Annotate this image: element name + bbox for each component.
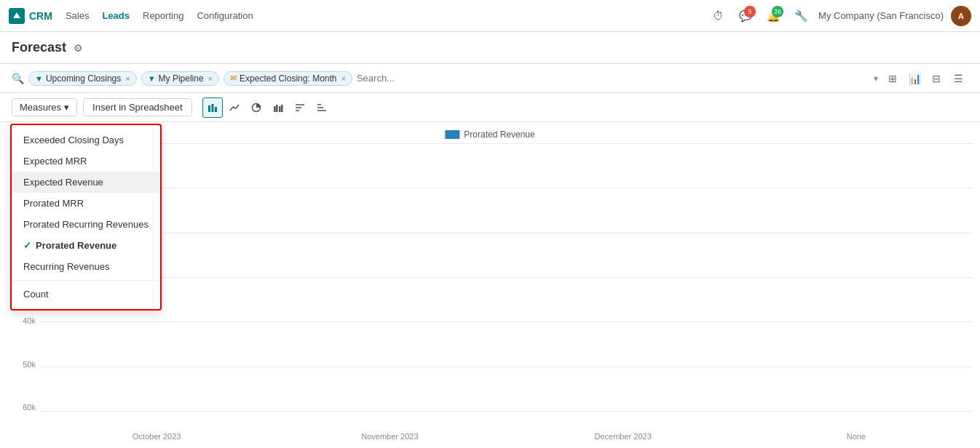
check-icon: ✓	[23, 240, 31, 251]
company-label: My Company (San Francisco)	[818, 10, 944, 21]
line-chart-btn[interactable]	[224, 97, 245, 118]
brand-label: CRM	[29, 10, 52, 22]
dropdown-item-prorated-mrr[interactable]: Prorated MRR	[12, 193, 160, 214]
y-label-6: 60k	[23, 403, 36, 412]
dropdown-item-expected-revenue[interactable]: Expected Revenue	[12, 172, 160, 193]
sort-desc-btn[interactable]	[312, 97, 332, 118]
dropdown-item-exceeded[interactable]: Exceeded Closing Days	[12, 129, 160, 151]
dropdown-item-count[interactable]: Count	[12, 284, 160, 305]
dropdown-item-prorated-mrr-label: Prorated MRR	[23, 198, 84, 209]
filter-label-2: My Pipeline	[159, 73, 204, 84]
pie-chart-btn[interactable]	[246, 97, 266, 118]
activity-badge: 26	[772, 6, 783, 17]
clock-icon-btn[interactable]: ⏱	[708, 6, 728, 26]
dropdown-item-prorated-recurring-label: Prorated Recurring Revenues	[23, 219, 149, 230]
filter-close-3[interactable]: ×	[341, 74, 345, 83]
page-title: Forecast	[12, 40, 66, 55]
filter-close-1[interactable]: ×	[125, 74, 130, 83]
y-label-5: 50k	[23, 360, 36, 369]
chart-type-buttons	[202, 97, 332, 118]
activity-icon-btn[interactable]: 🔔 26	[763, 6, 783, 26]
filter-tag-pipeline: ▼ My Pipeline ×	[141, 71, 219, 86]
svg-rect-2	[215, 107, 217, 112]
nav-reporting[interactable]: Reporting	[143, 10, 183, 21]
svg-rect-4	[274, 106, 276, 112]
funnel-icon-2: ▼	[148, 74, 156, 83]
view-controls: ⊞ 📊 ⊟ ☰	[882, 68, 968, 89]
chat-icon-btn[interactable]: 💬 5	[735, 6, 756, 26]
filter-bar: 🔍 ▼ Upcoming Closings × ▼ My Pipeline × …	[0, 64, 980, 93]
grouped-bar-btn[interactable]	[268, 97, 288, 118]
dropdown-item-prorated-revenue-label: Prorated Revenue	[36, 240, 116, 251]
dropdown-item-expected-mrr[interactable]: Expected MRR	[12, 151, 160, 172]
x-label-oct: October 2023	[40, 432, 273, 441]
x-labels: October 2023 November 2023 December 2023…	[40, 432, 973, 441]
toolbar: Measures ▾ Insert in Spreadsheet Exceede…	[0, 93, 980, 122]
dropdown-divider	[12, 280, 160, 281]
wrench-icon-btn[interactable]: 🔧	[791, 6, 811, 26]
svg-rect-5	[276, 105, 278, 112]
nav-leads[interactable]: Leads	[102, 10, 130, 21]
dropdown-item-recurring-label: Recurring Revenues	[23, 261, 110, 272]
measures-dropdown-icon: ▾	[64, 102, 69, 113]
search-icon[interactable]: 🔍	[12, 73, 24, 84]
dropdown-item-recurring[interactable]: Recurring Revenues	[12, 256, 160, 277]
dropdown-item-expected-revenue-label: Expected Revenue	[23, 177, 103, 188]
dropdown-item-prorated-revenue[interactable]: ✓ Prorated Revenue	[12, 235, 160, 256]
avatar[interactable]: A	[951, 6, 971, 26]
kanban-view-btn[interactable]: ⊞	[882, 68, 903, 89]
svg-rect-7	[281, 105, 283, 112]
dropdown-item-exceeded-label: Exceeded Closing Days	[23, 135, 124, 145]
filter-label-1: Upcoming Closings	[46, 73, 121, 84]
grid-view-btn[interactable]: ⊟	[926, 68, 947, 89]
x-label-dec: December 2023	[507, 432, 740, 441]
dropdown-item-prorated-recurring[interactable]: Prorated Recurring Revenues	[12, 214, 160, 235]
filter-close-2[interactable]: ×	[208, 74, 213, 83]
svg-rect-1	[211, 104, 213, 112]
sort-asc-btn[interactable]	[290, 97, 310, 118]
list-view-btn-header[interactable]: ☰	[948, 68, 968, 89]
measures-label: Measures	[20, 102, 61, 113]
insert-spreadsheet-button[interactable]: Insert in Spreadsheet	[83, 98, 192, 116]
x-label-nov: November 2023	[273, 432, 506, 441]
navbar: CRM Sales Leads Reporting Configuration …	[0, 0, 980, 32]
nav-sales[interactable]: Sales	[66, 10, 90, 21]
filter-tag-closing: ✉ Expected Closing: Month ×	[224, 71, 352, 86]
svg-rect-0	[208, 105, 210, 112]
filter-tag-upcoming: ▼ Upcoming Closings ×	[28, 71, 137, 86]
settings-icon[interactable]: ⚙	[74, 42, 83, 54]
search-input[interactable]	[357, 73, 869, 84]
chart-view-btn[interactable]: 📊	[904, 68, 925, 89]
chart-legend: Prorated Revenue	[445, 129, 534, 140]
brand[interactable]: CRM	[9, 8, 52, 24]
navbar-right: ⏱ 💬 5 🔔 26 🔧 My Company (San Francisco) …	[708, 6, 971, 26]
legend-label: Prorated Revenue	[464, 129, 534, 140]
filter-label-3: Expected Closing: Month	[240, 73, 336, 84]
measures-dropdown: Exceeded Closing Days Expected MRR Expec…	[10, 124, 162, 311]
measures-button[interactable]: Measures ▾	[12, 98, 77, 116]
dropdown-item-expected-mrr-label: Expected MRR	[23, 156, 87, 167]
dropdown-item-count-label: Count	[23, 289, 49, 300]
brand-logo	[9, 8, 25, 24]
nav-links: Sales Leads Reporting Configuration	[66, 10, 253, 21]
y-label-4: 40k	[23, 316, 36, 325]
svg-rect-6	[279, 106, 281, 112]
envelope-icon: ✉	[230, 73, 237, 83]
bar-chart-btn[interactable]	[202, 97, 223, 118]
funnel-icon-1: ▼	[35, 74, 43, 83]
chat-badge: 5	[744, 6, 756, 17]
bars-container	[40, 144, 980, 448]
search-dropdown-icon[interactable]: ▾	[874, 73, 878, 84]
legend-color	[445, 130, 459, 139]
page-header: Forecast ⚙	[0, 32, 980, 64]
nav-configuration[interactable]: Configuration	[197, 10, 253, 21]
x-label-none: None	[740, 432, 973, 441]
